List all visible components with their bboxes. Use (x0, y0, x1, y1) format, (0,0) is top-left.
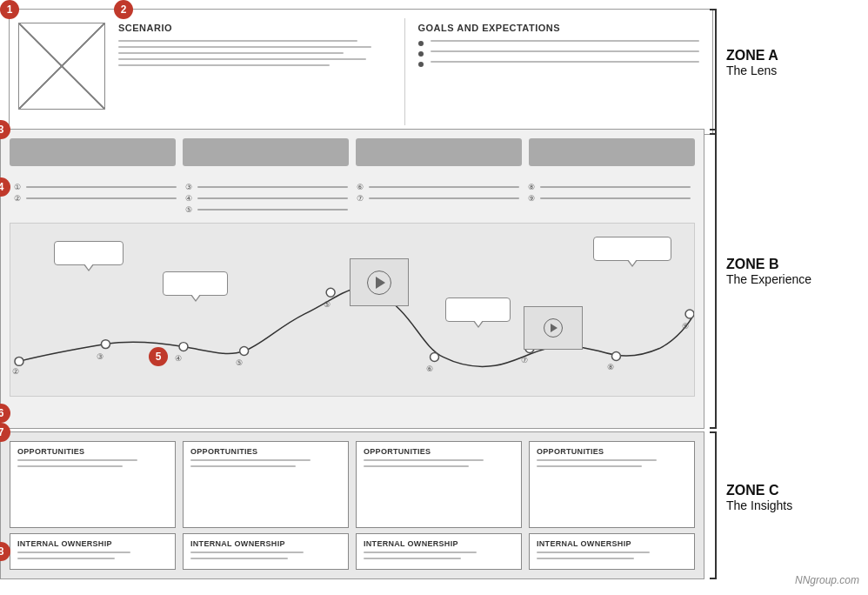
play-button-2 (544, 318, 563, 338)
ownership-box-4: INTERNAL OWNERSHIP (529, 533, 695, 570)
insight-col-4: OPPORTUNITIES INTERNAL OWNERSHIP (529, 441, 695, 570)
text-line-1 (118, 40, 357, 42)
badge-5: 5 (149, 347, 168, 366)
speech-bubble-4 (593, 237, 671, 261)
zone-a: 1 2 SCENARIO GOALS AND EXPECTATIONS (9, 9, 713, 135)
svg-point-7 (611, 352, 620, 361)
text-line-3 (118, 52, 344, 54)
zone-a-title: ZONE A (726, 48, 778, 64)
opportunities-box-2: OPPORTUNITIES (183, 441, 349, 528)
scenario-section: SCENARIO (114, 18, 405, 125)
badge-2: 2 (114, 0, 133, 19)
opportunities-label-2: OPPORTUNITIES (190, 447, 341, 456)
zone-c-sublabel: The Insights (726, 498, 792, 512)
badge-1: 1 (0, 0, 19, 19)
tab-4 (529, 138, 695, 166)
tab-2 (183, 138, 349, 166)
ownership-label-3: INTERNAL OWNERSHIP (364, 539, 514, 548)
text-line-4 (118, 58, 366, 60)
zone-b-bracket (715, 129, 717, 429)
svg-point-1 (101, 340, 110, 349)
nngroup-credit: NNgroup.com (795, 574, 859, 586)
zone-a-bracket (715, 9, 717, 135)
video-box-1 (350, 258, 409, 306)
opportunities-label-3: OPPORTUNITIES (364, 447, 514, 456)
zone-b: 3 4 5 6 ① ② (0, 129, 704, 429)
opportunities-label-4: OPPORTUNITIES (537, 447, 687, 456)
svg-point-5 (431, 353, 439, 362)
zone-c-label: ZONE C The Insights (726, 483, 792, 512)
zone-b-sublabel: The Experience (726, 272, 811, 286)
svg-text:⑥: ⑥ (426, 364, 433, 373)
tab-1 (10, 138, 176, 166)
opportunities-label-1: OPPORTUNITIES (17, 447, 168, 456)
speech-bubble-2 (163, 271, 228, 296)
badge-6: 6 (0, 404, 10, 423)
tab-3 (356, 138, 522, 166)
journey-area: ② ③ ④ ⑤ ⑤ ⑥ ⑦ ⑧ ⑨ (10, 223, 695, 397)
svg-text:②: ② (12, 367, 19, 376)
svg-text:⑤: ⑤ (324, 300, 331, 309)
insight-col-2: OPPORTUNITIES INTERNAL OWNERSHIP (183, 441, 349, 570)
svg-point-8 (685, 310, 694, 318)
zone-c-bracket (715, 431, 717, 579)
ownership-box-2: INTERNAL OWNERSHIP (183, 533, 349, 570)
goals-section: GOALS AND EXPECTATIONS (414, 18, 704, 125)
zone-a-sublabel: The Lens (726, 64, 778, 77)
ownership-label-1: INTERNAL OWNERSHIP (17, 539, 168, 548)
ownership-label-2: INTERNAL OWNERSHIP (190, 539, 341, 548)
insight-col-1: OPPORTUNITIES INTERNAL OWNERSHIP (10, 441, 176, 570)
ownership-label-4: INTERNAL OWNERSHIP (537, 539, 687, 548)
text-line-5 (118, 64, 330, 66)
svg-point-0 (15, 357, 23, 365)
svg-text:⑧: ⑧ (608, 363, 615, 371)
zone-a-label: ZONE A The Lens (726, 48, 778, 77)
opportunities-box-3: OPPORTUNITIES (356, 441, 522, 528)
svg-point-4 (326, 288, 335, 297)
goals-label: GOALS AND EXPECTATIONS (418, 23, 700, 33)
placeholder-image (18, 23, 105, 110)
svg-point-2 (179, 343, 188, 351)
svg-text:⑦: ⑦ (521, 356, 528, 364)
speech-bubble-1 (54, 241, 124, 265)
svg-text:④: ④ (175, 354, 182, 363)
goal-line-2 (431, 50, 700, 52)
video-box-2 (524, 306, 583, 350)
text-line-2 (118, 46, 371, 48)
zone-c: 7 8 OPPORTUNITIES INTERNAL OWNERSHIP (0, 431, 704, 579)
bullet-2 (418, 51, 424, 57)
ownership-box-3: INTERNAL OWNERSHIP (356, 533, 522, 570)
zone-c-title: ZONE C (726, 483, 792, 498)
svg-point-3 (240, 347, 249, 356)
play-button-1 (367, 271, 391, 295)
ownership-box-1: INTERNAL OWNERSHIP (10, 533, 176, 570)
svg-text:③: ③ (97, 352, 103, 361)
zone-b-title: ZONE B (726, 257, 811, 272)
main-frame: 1 2 SCENARIO GOALS AND EXPECTATIONS (0, 0, 868, 595)
insight-col-3: OPPORTUNITIES INTERNAL OWNERSHIP (356, 441, 522, 570)
svg-text:⑤: ⑤ (236, 358, 243, 367)
bullet-1 (418, 41, 424, 46)
goal-line-1 (431, 40, 700, 42)
goal-line-3 (431, 61, 700, 63)
speech-bubble-3 (445, 298, 511, 322)
bullet-3 (418, 62, 424, 67)
zone-b-label: ZONE B The Experience (726, 257, 811, 286)
svg-text:⑨: ⑨ (682, 322, 689, 331)
opportunities-box-4: OPPORTUNITIES (529, 441, 695, 528)
scenario-label: SCENARIO (118, 23, 400, 33)
opportunities-box-1: OPPORTUNITIES (10, 441, 176, 528)
